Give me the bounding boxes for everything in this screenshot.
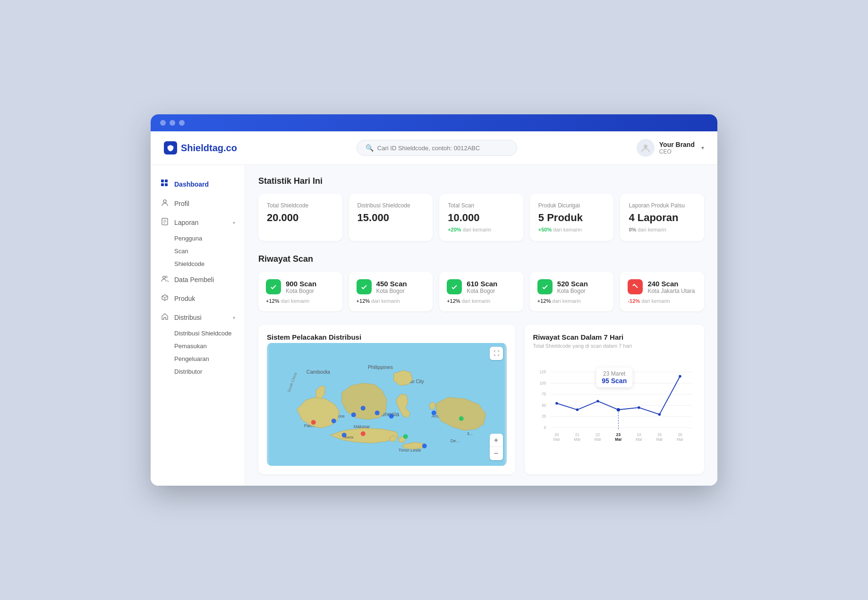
user-avatar bbox=[637, 139, 655, 157]
scan-change-pct-0: +12% bbox=[266, 298, 279, 304]
user-info[interactable]: Your Brand CEO ▾ bbox=[637, 139, 704, 157]
sidebar-item-produk[interactable]: Produk bbox=[151, 289, 245, 308]
stat-change-pct-2: +20% bbox=[448, 227, 461, 232]
svg-text:20: 20 bbox=[554, 433, 559, 437]
svg-rect-2 bbox=[165, 180, 168, 182]
map-expand-button[interactable]: ⛶ bbox=[490, 347, 503, 360]
sidebar-sub-distribusi-shieldcode[interactable]: Distribusi Shieldcode bbox=[151, 327, 245, 340]
scan-city-0: Kota Bogor bbox=[286, 288, 316, 294]
svg-point-33 bbox=[351, 412, 356, 417]
logo: Shieldtag.co bbox=[164, 141, 237, 154]
map-zoom-controls: + − bbox=[490, 434, 503, 460]
scan-section-title: Riwayat Scan bbox=[258, 254, 704, 264]
svg-text:75: 75 bbox=[542, 392, 546, 396]
stat-value-1: 15.000 bbox=[357, 212, 425, 224]
app-container: Shieldtag.co 🔍 Your Brand CEO ▾ bbox=[151, 131, 717, 486]
tooltip-value: 95 Scan bbox=[602, 377, 627, 385]
svg-rect-1 bbox=[161, 180, 164, 182]
profil-icon bbox=[160, 199, 170, 208]
sidebar-item-profil[interactable]: Profil bbox=[151, 194, 245, 213]
map-title: Sistem Pelacakan Distribusi bbox=[267, 333, 507, 341]
svg-point-62 bbox=[658, 413, 660, 416]
tooltip-date: 23 Maret bbox=[602, 370, 627, 377]
chart-title: Riwayat Scan Dalam 7 Hari bbox=[533, 333, 696, 341]
stat-change-text-4: dari kemarin bbox=[638, 227, 666, 232]
svg-text:Mar: Mar bbox=[635, 437, 642, 442]
search-bar[interactable]: 🔍 bbox=[357, 140, 517, 156]
scan-history-grid: 900 Scan Kota Bogor +12% dari kemarin bbox=[258, 272, 704, 311]
sidebar-label-produk: Produk bbox=[174, 295, 195, 302]
svg-point-36 bbox=[389, 414, 394, 419]
sidebar-sub-distributor[interactable]: Distributor bbox=[151, 365, 245, 378]
search-input[interactable] bbox=[377, 145, 508, 152]
scan-card-header-3: 520 Scan Kota Bogor bbox=[537, 279, 606, 294]
map-svg: Cambodia Philippines Davao City Malaysia… bbox=[267, 343, 507, 466]
laporan-icon bbox=[160, 218, 170, 227]
sidebar-label-laporan: Laporan bbox=[174, 219, 198, 226]
stat-change-pct-3: +50% bbox=[538, 227, 552, 232]
scan-card-2: 610 Scan Kota Bogor +12% dari kemarin bbox=[439, 272, 523, 311]
bottom-section: Sistem Pelacakan Distribusi Cambodia Phi… bbox=[258, 325, 704, 474]
sidebar-sub-shieldcode[interactable]: Shieldcode bbox=[151, 257, 245, 270]
scan-count-4: 240 Scan bbox=[647, 280, 695, 288]
svg-text:25: 25 bbox=[542, 414, 546, 419]
scan-badge-red-4 bbox=[628, 279, 643, 294]
sidebar-item-dashboard[interactable]: Dashboard bbox=[151, 174, 245, 194]
chart-subtitle: Total Shieldcode yang di scan dalam 7 ha… bbox=[533, 343, 696, 349]
stat-value-0: 20.000 bbox=[267, 212, 334, 224]
produk-icon bbox=[160, 294, 170, 303]
scan-city-2: Kota Bogor bbox=[467, 288, 497, 294]
svg-rect-3 bbox=[161, 183, 164, 186]
svg-text:De...: De... bbox=[451, 438, 460, 443]
svg-point-34 bbox=[361, 406, 366, 411]
stat-value-2: 10.000 bbox=[448, 212, 515, 224]
map-container: Cambodia Philippines Davao City Malaysia… bbox=[267, 343, 507, 466]
sidebar-item-laporan[interactable]: Laporan ▾ bbox=[151, 213, 245, 232]
sidebar-sub-pengguna[interactable]: Pengguna bbox=[151, 232, 245, 245]
sidebar-sub-pemasukan[interactable]: Pemasukan bbox=[151, 340, 245, 352]
svg-text:100: 100 bbox=[539, 381, 546, 386]
stat-card-total-scan: Total Scan 10.000 +20% dari kemarin bbox=[439, 194, 523, 241]
stat-label-0: Total Shieldcode bbox=[267, 202, 334, 209]
sidebar-label-data-pembeli: Data Pembeli bbox=[174, 276, 214, 283]
stat-change-4: 0% dari kemarin bbox=[629, 227, 696, 232]
distribusi-icon bbox=[160, 313, 170, 322]
svg-point-57 bbox=[555, 402, 558, 404]
scan-card-0: 900 Scan Kota Bogor +12% dari kemarin bbox=[258, 272, 342, 311]
sidebar-item-distribusi[interactable]: Distribusi ▾ bbox=[151, 308, 245, 327]
scan-change-0: +12% dari kemarin bbox=[266, 298, 335, 304]
sidebar-sub-scan[interactable]: Scan bbox=[151, 245, 245, 257]
svg-point-42 bbox=[459, 416, 464, 421]
chart-container: 23 Maret 95 Scan bbox=[533, 354, 696, 458]
stat-label-3: Produk Dicurigai bbox=[538, 202, 605, 209]
scan-change-1: +12% dari kemarin bbox=[357, 298, 425, 304]
sidebar-item-data-pembeli[interactable]: Data Pembeli bbox=[151, 270, 245, 289]
sidebar-sub-pengeluaran[interactable]: Pengeluaran bbox=[151, 352, 245, 365]
svg-point-0 bbox=[644, 145, 647, 148]
scan-card-header-1: 450 Scan Kota Bogor bbox=[357, 279, 425, 294]
scan-change-2-row: +12% dari kemarin bbox=[447, 298, 516, 304]
stat-card-total-shieldcode: Total Shieldcode 20.000 bbox=[258, 194, 342, 241]
data-pembeli-icon bbox=[160, 275, 170, 284]
map-section: Sistem Pelacakan Distribusi Cambodia Phi… bbox=[258, 325, 515, 474]
svg-text:Mar: Mar bbox=[676, 437, 683, 442]
sidebar-label-distribusi: Distribusi bbox=[174, 314, 202, 321]
scan-city-1: Kota Bogor bbox=[376, 288, 407, 294]
map-zoom-in-button[interactable]: + bbox=[490, 434, 503, 447]
svg-point-32 bbox=[332, 419, 336, 423]
laporan-chevron-icon: ▾ bbox=[233, 220, 235, 225]
chart-tooltip: 23 Maret 95 Scan bbox=[596, 368, 632, 387]
stats-section-title: Statistik Hari Ini bbox=[258, 176, 704, 186]
scan-count-3: 520 Scan bbox=[557, 280, 588, 288]
svg-point-10 bbox=[163, 276, 165, 279]
svg-point-40 bbox=[311, 420, 316, 425]
map-zoom-out-button[interactable]: − bbox=[490, 447, 503, 460]
svg-text:Mar: Mar bbox=[615, 437, 622, 442]
sidebar-label-profil: Profil bbox=[174, 200, 189, 207]
stats-grid: Total Shieldcode 20.000 Distribusi Shiel… bbox=[258, 194, 704, 241]
sidebar: Dashboard Profil bbox=[151, 165, 245, 486]
main-content: Statistik Hari Ini Total Shieldcode 20.0… bbox=[245, 165, 717, 486]
svg-point-11 bbox=[165, 276, 167, 278]
scan-count-0: 900 Scan bbox=[286, 280, 316, 288]
svg-text:22: 22 bbox=[596, 433, 600, 437]
